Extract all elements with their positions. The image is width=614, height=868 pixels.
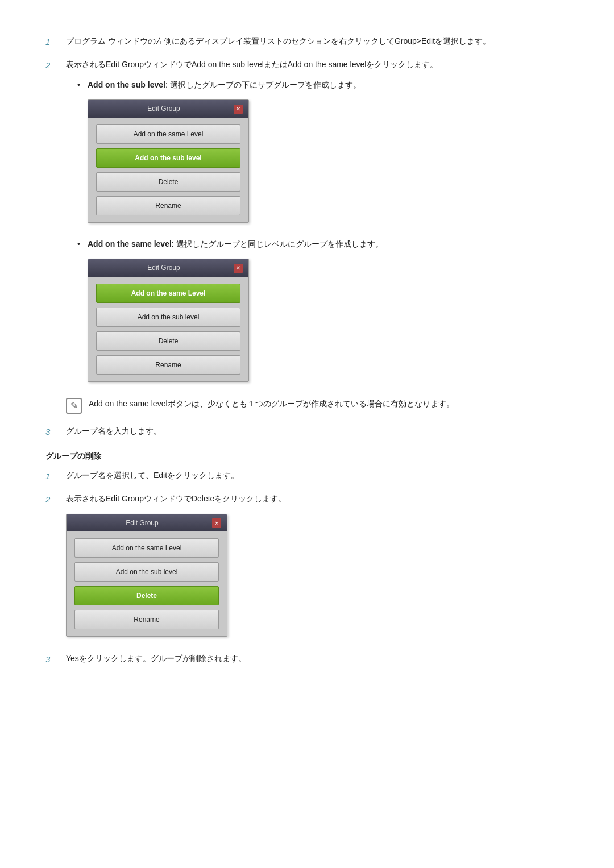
dialog-wrapper-1: Edit Group ✕ Add on the same Level Add o… — [88, 99, 569, 227]
dialog-title-2-text: Edit Group — [94, 262, 234, 273]
term-same-level: Add on the same level — [88, 239, 172, 248]
sub-list: Add on the sub level: 選択したグループの下にサブグループを… — [66, 78, 569, 387]
dialog-wrapper-3: Edit Group ✕ Add on the same Level Add o… — [66, 514, 569, 641]
colon-2: : — [172, 239, 176, 248]
desc-sub-level: 選択したグループの下にサブグループを作成します。 — [170, 80, 361, 89]
dialog-titlebar-1: Edit Group ✕ — [88, 100, 248, 117]
step-list-section1: プログラム ウィンドウの左側にあるディスプレイ装置リストのセクションを右クリック… — [45, 34, 569, 438]
step-item-s2-3: Yesをクリックします。グループが削除されます。 — [45, 651, 569, 666]
dialog-title-3-text: Edit Group — [72, 517, 212, 529]
dialog-2-body: Add on the same Level Add on the sub lev… — [88, 277, 248, 381]
dialog-1-btn-rename[interactable]: Rename — [96, 196, 240, 215]
step-1-text: プログラム ウィンドウの左側にあるディスプレイ装置リストのセクションを右クリック… — [66, 36, 491, 45]
dialog-box-2: Edit Group ✕ Add on the same Level Add o… — [88, 259, 249, 381]
step-s2-3-text: Yesをクリックします。グループが削除されます。 — [66, 654, 246, 663]
dialog-3-btn-same-level[interactable]: Add on the same Level — [74, 538, 219, 558]
dialog-2-btn-delete[interactable]: Delete — [96, 331, 240, 351]
step-item-2: 表示されるEdit GroupウィンドウでAdd on the sub leve… — [45, 57, 569, 414]
step-s2-2-text: 表示されるEdit GroupウィンドウでDeleteをクリックします。 — [66, 494, 286, 503]
section-heading: グループの削除 — [45, 451, 569, 462]
dialog-3-body: Add on the same Level Add on the sub lev… — [67, 531, 227, 636]
dialog-2-btn-same-level[interactable]: Add on the same Level — [96, 284, 240, 303]
step-item-s2-2: 表示されるEdit GroupウィンドウでDeleteをクリックします。 Edi… — [45, 492, 569, 641]
dialog-box-3: Edit Group ✕ Add on the same Level Add o… — [66, 514, 227, 637]
note-box: ✎ Add on the same levelボタンは、少なくとも１つのグループ… — [66, 397, 569, 414]
dialog-1-btn-sub-level[interactable]: Add on the sub level — [96, 148, 240, 168]
step-item-1: プログラム ウィンドウの左側にあるディスプレイ装置リストのセクションを右クリック… — [45, 34, 569, 48]
dialog-3-btn-sub-level[interactable]: Add on the sub level — [74, 562, 219, 582]
step-3-text: グループ名を入力します。 — [66, 426, 161, 435]
dialog-1-btn-same-level[interactable]: Add on the same Level — [96, 124, 240, 144]
note-icon: ✎ — [66, 398, 82, 414]
step-2-text: 表示されるEdit GroupウィンドウでAdd on the sub leve… — [66, 60, 438, 69]
dialog-titlebar-3: Edit Group ✕ — [67, 514, 227, 531]
dialog-box-1: Edit Group ✕ Add on the same Level Add o… — [88, 99, 249, 222]
sub-item-1: Add on the sub level: 選択したグループの下にサブグループを… — [77, 78, 569, 227]
step-item-s2-1: グループ名を選択して、Editをクリックします。 — [45, 468, 569, 483]
dialog-wrapper-2: Edit Group ✕ Add on the same Level Add o… — [88, 259, 569, 386]
dialog-3-btn-delete[interactable]: Delete — [74, 586, 219, 605]
colon-1: : — [165, 80, 170, 89]
dialog-2-btn-sub-level[interactable]: Add on the sub level — [96, 308, 240, 327]
desc-same-level: 選択したグループと同じレベルにグループを作成します。 — [176, 239, 383, 248]
dialog-3-close-btn[interactable]: ✕ — [212, 518, 221, 528]
dialog-titlebar-2: Edit Group ✕ — [88, 259, 248, 276]
dialog-title-1-text: Edit Group — [94, 103, 234, 114]
dialog-2-btn-rename[interactable]: Rename — [96, 355, 240, 375]
term-sub-level: Add on the sub level — [88, 80, 165, 89]
step-s2-1-text: グループ名を選択して、Editをクリックします。 — [66, 471, 239, 480]
sub-item-2: Add on the same level: 選択したグループと同じレベルにグル… — [77, 238, 569, 387]
dialog-1-btn-delete[interactable]: Delete — [96, 172, 240, 192]
dialog-1-body: Add on the same Level Add on the sub lev… — [88, 118, 248, 222]
dialog-2-close-btn[interactable]: ✕ — [234, 264, 243, 273]
dialog-1-close-btn[interactable]: ✕ — [234, 105, 243, 114]
dialog-3-btn-rename[interactable]: Rename — [74, 610, 219, 629]
step-list-section2: グループ名を選択して、Editをクリックします。 表示されるEdit Group… — [45, 468, 569, 666]
page-content: プログラム ウィンドウの左側にあるディスプレイ装置リストのセクションを右クリック… — [45, 34, 569, 666]
step-item-3: グループ名を入力します。 — [45, 424, 569, 438]
note-text: Add on the same levelボタンは、少なくとも１つのグループが作… — [89, 397, 454, 411]
